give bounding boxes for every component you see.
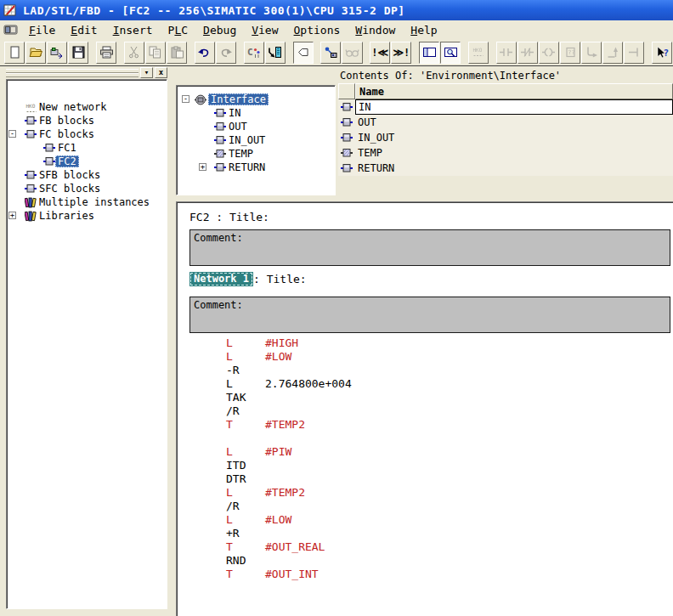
print-button[interactable] [96, 42, 116, 64]
download-button[interactable] [265, 42, 286, 64]
stl-line[interactable]: L2.764800e+004 [226, 377, 352, 391]
stl-line[interactable]: L#HIGH [226, 336, 352, 350]
blocks-item-sfb-blocks[interactable]: SFB blocks [7, 168, 167, 182]
new-document-button[interactable] [4, 42, 25, 64]
stl-line[interactable]: L#LOW [226, 513, 352, 527]
stl-operand: #HIGH [265, 336, 298, 349]
table-row-in[interactable]: IN [338, 99, 673, 115]
blocks-item-new-network[interactable]: HKONew network [7, 100, 167, 114]
menu-edit[interactable]: Edit [63, 22, 105, 38]
books-icon [25, 211, 37, 222]
menu-view[interactable]: View [244, 22, 286, 38]
interface-item-temp[interactable]: TEMP [177, 147, 335, 161]
menu-window[interactable]: Window [348, 22, 403, 38]
stl-mnemonic: ITD [226, 459, 265, 472]
overview-button[interactable] [293, 42, 314, 64]
block-arrow-icon [50, 46, 65, 59]
branch-up-button [602, 42, 623, 64]
blocks-item-multiple-instances[interactable]: Multiple instances [7, 195, 167, 209]
stl-line[interactable]: DTR [226, 472, 352, 486]
expand-icon[interactable]: + [199, 163, 206, 171]
block-comment-box[interactable]: Comment: [189, 229, 670, 266]
stl-line[interactable]: RND [226, 554, 352, 568]
menu-plc[interactable]: PLC [161, 22, 195, 38]
network-label[interactable]: Network 1 [189, 272, 253, 286]
pane-dropdown-button[interactable]: ▾ [140, 67, 153, 78]
interface-item-return[interactable]: +RETURN [177, 161, 335, 174]
menu-options[interactable]: Options [286, 22, 348, 38]
tree-item-label: Interface [208, 93, 269, 105]
redo-button [216, 42, 236, 64]
update-button[interactable]: C [244, 42, 264, 64]
table-row-in_out[interactable]: IN_OUT [338, 130, 673, 145]
open-folder-button[interactable] [25, 42, 46, 64]
comment-label: Comment: [194, 299, 243, 311]
stl-operand: 2.764800e+004 [265, 377, 352, 390]
network-comment-box[interactable]: Comment: [189, 297, 670, 333]
interface-tree: -InterfaceINOUTIN_OUTTEMP+RETURN [176, 85, 336, 195]
symbol-info-button[interactable] [320, 42, 341, 64]
blocks-item-fc2[interactable]: FC2 [7, 155, 167, 168]
detail-view-button[interactable] [440, 42, 461, 64]
pane-grip[interactable] [6, 73, 139, 77]
stl-mnemonic: L [226, 336, 265, 350]
undo-button[interactable] [195, 42, 215, 64]
goto-next-button[interactable]: ≫! [391, 42, 411, 64]
stl-line[interactable]: T#OUT_INT [226, 568, 352, 581]
svg-text:HKO: HKO [472, 47, 482, 53]
tree-item-label: New network [37, 101, 109, 113]
menu-help[interactable]: Help [403, 22, 444, 38]
table-row-temp[interactable]: TEMP [338, 145, 673, 161]
stl-line[interactable]: ITD [226, 459, 352, 472]
undo-icon [197, 46, 212, 59]
stl-line[interactable]: -R [226, 364, 352, 377]
branch-up-icon [606, 46, 620, 59]
split-window-button[interactable] [419, 42, 439, 64]
menu-debug[interactable]: Debug [195, 22, 244, 38]
stl-line[interactable]: +R [226, 527, 352, 540]
save-floppy-button[interactable] [68, 42, 88, 64]
stl-line[interactable]: /R [226, 500, 352, 513]
save-floppy-icon [71, 46, 86, 59]
blocks-item-sfc-blocks[interactable]: SFC blocks [7, 182, 167, 195]
interface-item-in[interactable]: IN [177, 106, 335, 120]
cell-name: IN [355, 99, 673, 115]
stl-line[interactable]: L#TEMP2 [226, 486, 352, 500]
stl-mnemonic: L [226, 445, 265, 459]
table-row-out[interactable]: OUT [338, 115, 673, 130]
collapse-icon[interactable]: - [8, 130, 16, 138]
stl-line[interactable]: T#OUT_REAL [226, 540, 352, 554]
icon-column-header [338, 83, 355, 99]
toolbar-separator [89, 42, 96, 64]
expand-icon[interactable]: + [8, 212, 16, 219]
goto-prev-button[interactable]: !≪ [370, 42, 390, 64]
table-row-return[interactable]: RETURN [338, 161, 673, 176]
interface-item-in-out[interactable]: IN_OUT [177, 133, 335, 147]
help-select-button[interactable]: ? [652, 42, 672, 64]
interface-item-out[interactable]: OUT [177, 120, 335, 133]
blocks-item-libraries[interactable]: +Libraries [7, 209, 167, 223]
stl-line[interactable]: TAK [226, 391, 352, 404]
menu-file[interactable]: File [21, 22, 63, 38]
stl-line[interactable]: L#LOW [226, 350, 352, 364]
mdi-child-icon[interactable] [3, 24, 18, 36]
code-editor[interactable]: FC2 : Title: Comment: Network 1: Title: … [176, 201, 673, 616]
blocks-item-fc-blocks[interactable]: -FC blocks [7, 127, 167, 141]
stl-line[interactable]: /R [226, 404, 352, 418]
stl-line[interactable]: L#PIW [226, 445, 352, 459]
pane-close-button[interactable]: x [155, 67, 167, 78]
branch-close-icon [627, 46, 642, 59]
stl-blank-line[interactable] [226, 432, 352, 445]
toolbar-separator [489, 42, 496, 64]
window-title: LAD/STL/FBD - [FC2 -- 256\SIMATIC 300(1)… [23, 4, 405, 17]
menu-insert[interactable]: Insert [105, 22, 161, 38]
split-window-icon [422, 46, 437, 59]
stl-mnemonic: L [226, 486, 265, 500]
block-icon [25, 116, 37, 126]
blocks-item-fc1[interactable]: FC1 [7, 141, 167, 155]
stl-line[interactable]: T#TEMP2 [226, 418, 352, 432]
collapse-icon[interactable]: - [182, 95, 189, 103]
block-arrow-button[interactable] [47, 42, 67, 64]
interface-item-interface[interactable]: -Interface [177, 93, 335, 106]
blocks-item-fb-blocks[interactable]: FB blocks [7, 114, 167, 127]
